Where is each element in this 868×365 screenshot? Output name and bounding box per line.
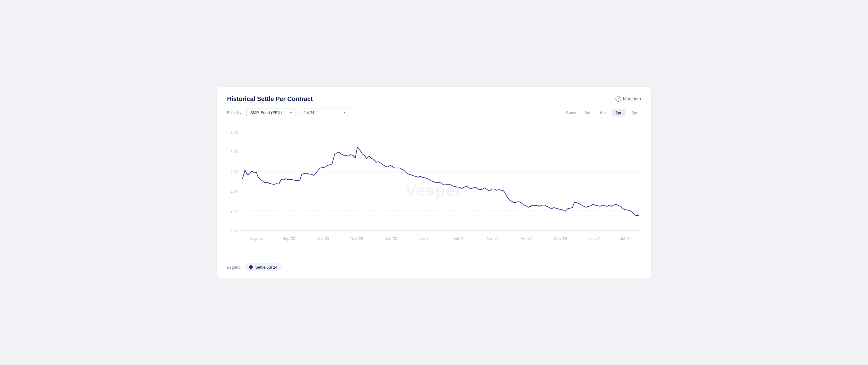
show-label: Show: — [566, 110, 577, 115]
legend-dot-icon — [249, 265, 253, 269]
contract-dropdown[interactable]: Jul 24 ▾ — [300, 108, 349, 117]
svg-text:2.8K: 2.8K — [230, 170, 238, 174]
controls-row: Filter by: SMP, Food (EEX) ▾ Jul 24 ▾ Sh… — [227, 108, 641, 117]
period-3yr-button[interactable]: 3yr — [628, 109, 641, 117]
filter-dropdown-value: SMP, Food (EEX) — [250, 110, 282, 115]
filter-label: Filter by: — [227, 110, 243, 115]
chart-svg: 3.2K 3.0K 2.8K 2.6K 2.4K 2.2K Aug '23 Se… — [227, 122, 641, 258]
more-info-button[interactable]: i More info — [616, 96, 641, 102]
svg-text:Apr '24: Apr '24 — [521, 236, 532, 240]
filter-dropdown[interactable]: SMP, Food (EEX) ▾ — [246, 108, 296, 117]
show-section: Show: 3m 6m 1yr 3yr — [566, 109, 641, 117]
filter-section: Filter by: SMP, Food (EEX) ▾ Jul 24 ▾ — [227, 108, 349, 117]
svg-text:3.2K: 3.2K — [230, 130, 238, 134]
svg-text:Nov '23: Nov '23 — [351, 236, 363, 240]
contract-dropdown-value: Jul 24 — [304, 110, 314, 115]
svg-text:May '24: May '24 — [554, 236, 567, 240]
svg-text:Mar '24: Mar '24 — [487, 236, 499, 240]
svg-text:3.0K: 3.0K — [230, 149, 238, 154]
svg-text:Aug '23: Aug '23 — [250, 236, 263, 240]
info-circle-icon: i — [616, 96, 621, 102]
legend-item-label: Settle Jul 24 — [255, 265, 278, 270]
svg-text:Jul '24: Jul '24 — [620, 236, 631, 240]
more-info-label: More info — [623, 96, 641, 101]
chevron-down-icon: ▾ — [290, 111, 292, 114]
page-title: Historical Settle Per Contract — [227, 95, 313, 102]
header-row: Historical Settle Per Contract i More in… — [227, 95, 641, 102]
period-1yr-button[interactable]: 1yr — [612, 109, 625, 117]
legend-label: Legend: — [227, 265, 242, 270]
svg-text:Feb '24: Feb '24 — [453, 236, 465, 240]
svg-text:Jun '24: Jun '24 — [589, 236, 601, 240]
svg-text:2.2K: 2.2K — [230, 229, 238, 233]
legend-row: Legend: Settle Jul 24 — [227, 263, 641, 271]
svg-text:2.4K: 2.4K — [230, 209, 238, 213]
chart-area: Vesper 3.2K 3.0K 2.8K 2.6K 2.4K 2.2K Aug… — [227, 122, 641, 258]
svg-text:2.6K: 2.6K — [230, 189, 238, 193]
svg-text:Dec '23: Dec '23 — [384, 236, 397, 240]
period-6m-button[interactable]: 6m — [596, 109, 609, 117]
svg-text:Sep '23: Sep '23 — [282, 236, 295, 240]
main-card: Historical Settle Per Contract i More in… — [217, 87, 651, 278]
legend-item: Settle Jul 24 — [245, 263, 282, 271]
svg-text:Jan '24: Jan '24 — [419, 236, 431, 240]
period-3m-button[interactable]: 3m — [581, 109, 594, 117]
chevron-down-icon-2: ▾ — [344, 111, 345, 114]
svg-text:Oct '23: Oct '23 — [317, 236, 329, 240]
